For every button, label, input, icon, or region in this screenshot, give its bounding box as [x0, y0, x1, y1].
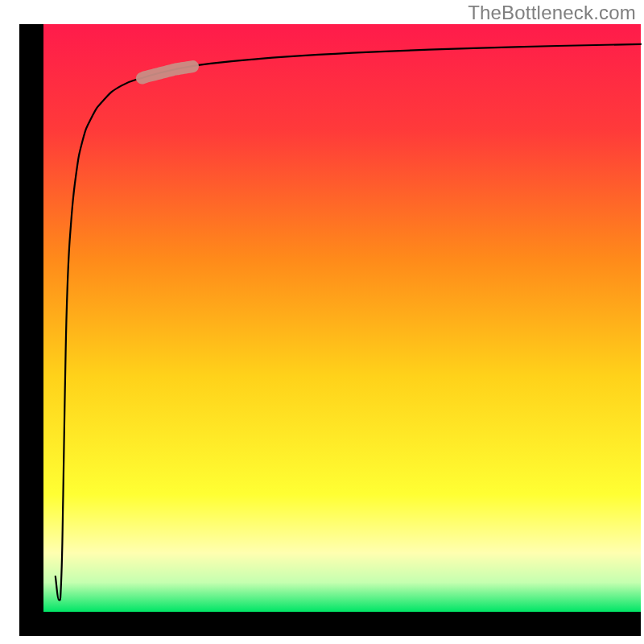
bottleneck-chart: [0, 0, 644, 644]
attribution-label: TheBottleneck.com: [468, 2, 636, 24]
chart-background-gradient: [43, 24, 641, 612]
axis-left-bar: [19, 24, 43, 636]
axis-bottom-bar: [19, 612, 641, 636]
chart-container: TheBottleneck.com: [0, 0, 644, 644]
